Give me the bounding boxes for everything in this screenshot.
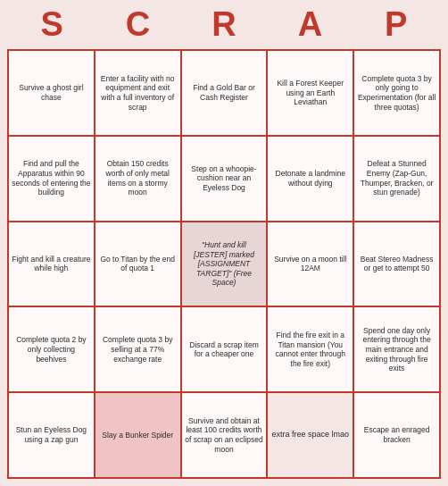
header-letter-s: S [16, 5, 87, 44]
bingo-board: S C R A P Survive a ghost girl chaseEnte… [0, 0, 448, 486]
header-letter-p: P [361, 5, 432, 44]
bingo-cell-24[interactable]: Escape an enraged bracken [354, 393, 441, 479]
bingo-cell-8[interactable]: Detonate a landmine without dying [268, 137, 354, 222]
bingo-cell-17[interactable]: Discard a scrap item for a cheaper one [182, 307, 269, 393]
header-letter-r: R [188, 5, 260, 44]
bingo-cell-19[interactable]: Spend one day only entering through the … [354, 307, 441, 393]
bingo-cell-6[interactable]: Obtain 150 credits worth of only metal i… [95, 137, 182, 222]
bingo-cell-23[interactable]: extra free space lmao [268, 393, 354, 479]
bingo-cell-3[interactable]: Kill a Forest Keeper using an Earth Levi… [268, 51, 354, 137]
bingo-cell-13[interactable]: Survive on a moon till 12AM [268, 222, 354, 308]
bingo-cell-14[interactable]: Beat Stereo Madness or get to attempt 50 [354, 222, 441, 308]
bingo-cell-18[interactable]: Find the fire exit in a Titan mansion (Y… [268, 307, 354, 393]
header-letter-c: C [103, 5, 174, 44]
bingo-cell-7[interactable]: Step on a whoopie-cushion near an Eyeles… [182, 137, 269, 222]
bingo-cell-4[interactable]: Complete quota 3 by only going to Experi… [354, 51, 441, 137]
bingo-cell-12[interactable]: "Hunt and kill [JESTER] marked [ASSIGNME… [182, 222, 269, 308]
bingo-cell-0[interactable]: Survive a ghost girl chase [9, 51, 95, 137]
bingo-cell-1[interactable]: Enter a facility with no equipment and e… [95, 51, 182, 137]
bingo-cell-20[interactable]: Stun an Eyeless Dog using a zap gun [9, 393, 95, 479]
bingo-cell-21[interactable]: Slay a Bunker Spider [95, 393, 182, 479]
bingo-grid: Survive a ghost girl chaseEnter a facili… [7, 49, 441, 479]
bingo-cell-15[interactable]: Complete quota 2 by only collecting beeh… [9, 307, 95, 393]
bingo-cell-22[interactable]: Survive and obtain at least 100 credits … [182, 393, 269, 479]
bingo-cell-5[interactable]: Find and pull the Apparatus within 90 se… [9, 137, 95, 222]
bingo-cell-11[interactable]: Go to Titan by the end of quota 1 [95, 222, 182, 308]
bingo-cell-10[interactable]: Fight and kill a creature while high [9, 222, 95, 308]
header-letter-a: A [274, 5, 345, 44]
bingo-cell-2[interactable]: Find a Gold Bar or Cash Register [182, 51, 269, 137]
bingo-header: S C R A P [0, 0, 448, 49]
bingo-cell-16[interactable]: Complete quota 3 by selling at a 77% exc… [95, 307, 182, 393]
bingo-cell-9[interactable]: Defeat a Stunned Enemy (Zap-Gun, Thumper… [354, 137, 441, 222]
